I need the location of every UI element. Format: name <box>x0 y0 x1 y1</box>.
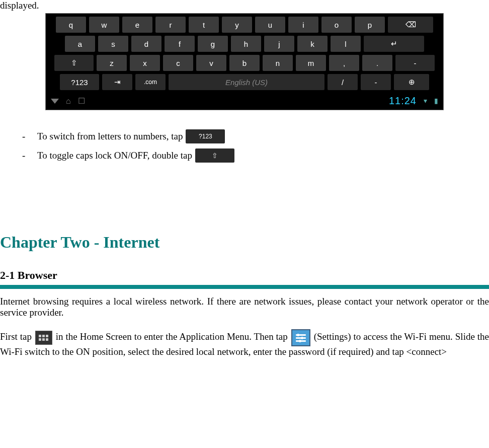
key-slash[interactable]: / <box>328 74 358 90</box>
section-rule <box>0 285 489 289</box>
key-v[interactable]: v <box>196 55 226 71</box>
key-q[interactable]: q <box>56 17 86 33</box>
inline-key-shift: ⇧ <box>195 148 234 163</box>
key-z[interactable]: z <box>97 55 127 71</box>
inline-key-symbols: ?123 <box>186 129 225 143</box>
status-clock: 11:24 <box>389 95 417 107</box>
key-o[interactable]: o <box>321 17 352 33</box>
key-space[interactable]: English (US) <box>169 74 324 90</box>
list-item: - To switch from letters to numbers, tap… <box>22 129 489 143</box>
key-dash[interactable]: - <box>361 74 391 90</box>
leading-text: displayed. <box>0 0 489 11</box>
keyboard-screenshot: q w e r t y u i o p ⌫ a s d f <box>45 13 444 110</box>
bullet-dash: - <box>22 150 37 161</box>
settings-icon <box>291 329 310 346</box>
key-d[interactable]: d <box>131 36 161 52</box>
battery-icon: ▮ <box>434 97 438 105</box>
key-g[interactable]: g <box>198 36 228 52</box>
key-dotcom[interactable]: .com <box>135 74 166 90</box>
key-k[interactable]: k <box>297 36 328 52</box>
list-item: - To toggle caps lock ON/OFF, double tap… <box>22 148 489 163</box>
key-c[interactable]: c <box>163 55 193 71</box>
apps-grid-icon <box>35 331 52 345</box>
key-j[interactable]: j <box>264 36 294 52</box>
key-enter[interactable]: ↵ <box>364 36 424 52</box>
keyboard-row-1: q w e r t y u i o p ⌫ <box>49 17 440 33</box>
nav-recent-icon[interactable]: ☐ <box>78 96 85 106</box>
text-run: First tap <box>0 331 34 342</box>
key-y[interactable]: y <box>222 17 252 33</box>
key-r[interactable]: r <box>155 17 186 33</box>
key-a[interactable]: a <box>65 36 95 52</box>
key-backspace[interactable]: ⌫ <box>388 17 433 33</box>
chapter-heading: Chapter Two - Internet <box>0 233 489 252</box>
key-e[interactable]: e <box>122 17 152 33</box>
key-t[interactable]: t <box>189 17 219 33</box>
keyboard-row-3: ⇧ z x c v b n m , . - <box>49 55 440 71</box>
key-tab[interactable]: ⇥ <box>102 74 132 90</box>
key-f[interactable]: f <box>165 36 195 52</box>
key-b[interactable]: b <box>229 55 260 71</box>
key-w[interactable]: w <box>89 17 119 33</box>
key-p[interactable]: p <box>355 17 385 33</box>
system-navbar: ⌂ ☐ 11:24 ▾ ▮ <box>46 93 443 110</box>
paragraph: Internet browsing requires a local wirel… <box>0 296 489 318</box>
paragraph: First tap in the Home Screen to enter th… <box>0 329 489 357</box>
key-h[interactable]: h <box>231 36 261 52</box>
key-n[interactable]: n <box>263 55 293 71</box>
keyboard-row-4: ?123 ⇥ .com English (US) / - ⊕ <box>49 74 440 90</box>
key-u[interactable]: u <box>255 17 285 33</box>
instruction-list: - To switch from letters to numbers, tap… <box>22 129 489 163</box>
key-comma[interactable]: , <box>329 55 359 71</box>
key-shift[interactable]: ⇧ <box>54 55 94 71</box>
bullet-text: To toggle caps lock ON/OFF, double tap <box>37 150 192 161</box>
text-run: in the Home Screen to enter the Applicat… <box>56 331 290 342</box>
nav-back-icon[interactable] <box>51 99 59 104</box>
keyboard-row-2: a s d f g h j k l ↵ <box>49 36 440 52</box>
key-x[interactable]: x <box>130 55 160 71</box>
section-heading: 2-1 Browser <box>0 269 489 282</box>
key-period[interactable]: . <box>362 55 392 71</box>
key-language[interactable]: ⊕ <box>394 74 429 90</box>
key-s[interactable]: s <box>98 36 128 52</box>
key-m[interactable]: m <box>296 55 326 71</box>
wifi-icon: ▾ <box>424 97 427 105</box>
key-i[interactable]: i <box>288 17 318 33</box>
bullet-text: To switch from letters to numbers, tap <box>37 131 183 142</box>
key-l[interactable]: l <box>331 36 361 52</box>
key-symbols[interactable]: ?123 <box>60 74 99 90</box>
key-dash[interactable]: - <box>395 55 435 71</box>
bullet-dash: - <box>22 131 37 142</box>
nav-home-icon[interactable]: ⌂ <box>66 97 71 106</box>
